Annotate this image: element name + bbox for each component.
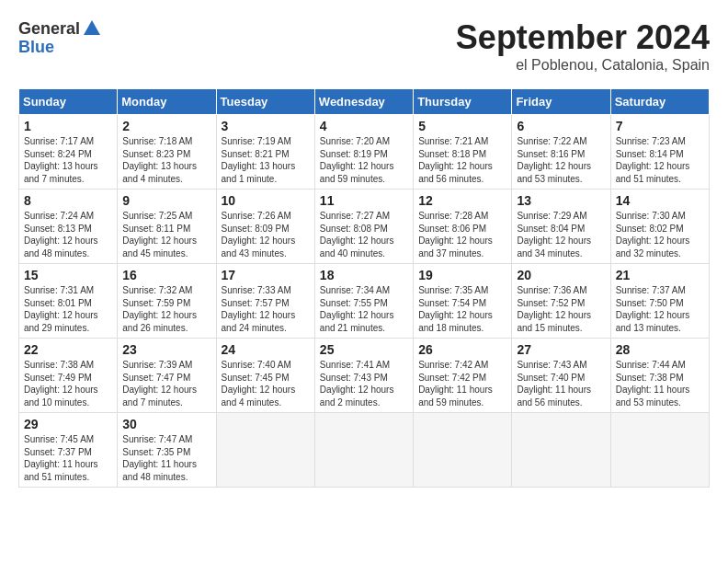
day-number: 19 — [418, 268, 506, 282]
calendar-cell: 27Sunrise: 7:43 AM Sunset: 7:40 PM Dayli… — [512, 339, 610, 413]
logo-general: General — [18, 20, 80, 37]
calendar-cell: 21Sunrise: 7:37 AM Sunset: 7:50 PM Dayli… — [610, 264, 709, 339]
week-row-1: 1Sunrise: 7:17 AM Sunset: 8:24 PM Daylig… — [19, 115, 710, 190]
calendar-cell: 11Sunrise: 7:27 AM Sunset: 8:08 PM Dayli… — [314, 190, 413, 264]
calendar-cell: 22Sunrise: 7:38 AM Sunset: 7:49 PM Dayli… — [19, 339, 118, 413]
week-row-2: 8Sunrise: 7:24 AM Sunset: 8:13 PM Daylig… — [19, 190, 710, 264]
day-number: 27 — [517, 342, 605, 357]
location-title: el Poblenou, Catalonia, Spain — [456, 57, 710, 74]
calendar-cell: 17Sunrise: 7:33 AM Sunset: 7:57 PM Dayli… — [216, 264, 314, 339]
day-number: 18 — [320, 268, 408, 282]
header-row: SundayMondayTuesdayWednesdayThursdayFrid… — [19, 89, 710, 115]
day-info: Sunrise: 7:22 AM Sunset: 8:16 PM Dayligh… — [517, 135, 605, 185]
day-info: Sunrise: 7:42 AM Sunset: 7:42 PM Dayligh… — [418, 359, 506, 408]
day-info: Sunrise: 7:31 AM Sunset: 8:01 PM Dayligh… — [24, 284, 112, 334]
day-info: Sunrise: 7:40 AM Sunset: 7:45 PM Dayligh… — [222, 359, 310, 408]
title-area: September 2024 el Poblenou, Catalonia, S… — [456, 18, 710, 74]
day-info: Sunrise: 7:19 AM Sunset: 8:21 PM Dayligh… — [222, 135, 310, 185]
day-info: Sunrise: 7:17 AM Sunset: 8:24 PM Dayligh… — [24, 135, 112, 185]
day-info: Sunrise: 7:34 AM Sunset: 7:55 PM Dayligh… — [320, 284, 408, 334]
col-header-friday: Friday — [512, 89, 610, 115]
logo: General Blue — [18, 18, 102, 56]
calendar-cell: 15Sunrise: 7:31 AM Sunset: 8:01 PM Dayli… — [19, 264, 118, 339]
day-info: Sunrise: 7:41 AM Sunset: 7:43 PM Dayligh… — [320, 359, 408, 408]
calendar-cell: 26Sunrise: 7:42 AM Sunset: 7:42 PM Dayli… — [414, 339, 512, 413]
day-info: Sunrise: 7:24 AM Sunset: 8:13 PM Dayligh… — [24, 210, 112, 259]
logo-icon — [82, 18, 102, 39]
day-number: 26 — [418, 342, 506, 357]
day-info: Sunrise: 7:36 AM Sunset: 7:52 PM Dayligh… — [517, 284, 605, 334]
day-number: 22 — [24, 342, 112, 357]
day-info: Sunrise: 7:33 AM Sunset: 7:57 PM Dayligh… — [222, 284, 310, 334]
calendar-cell: 10Sunrise: 7:26 AM Sunset: 8:09 PM Dayli… — [216, 190, 314, 264]
day-info: Sunrise: 7:38 AM Sunset: 7:49 PM Dayligh… — [24, 359, 112, 408]
calendar-cell: 9Sunrise: 7:25 AM Sunset: 8:11 PM Daylig… — [118, 190, 216, 264]
calendar-cell: 23Sunrise: 7:39 AM Sunset: 7:47 PM Dayli… — [118, 339, 216, 413]
calendar-cell: 19Sunrise: 7:35 AM Sunset: 7:54 PM Dayli… — [414, 264, 512, 339]
day-number: 28 — [616, 342, 704, 357]
day-number: 16 — [122, 268, 210, 282]
day-number: 25 — [320, 342, 408, 357]
day-info: Sunrise: 7:39 AM Sunset: 7:47 PM Dayligh… — [122, 359, 210, 408]
day-number: 30 — [122, 417, 210, 431]
calendar-cell: 2Sunrise: 7:18 AM Sunset: 8:23 PM Daylig… — [118, 115, 216, 190]
calendar-cell: 1Sunrise: 7:17 AM Sunset: 8:24 PM Daylig… — [19, 115, 118, 190]
calendar-cell — [414, 413, 512, 488]
day-info: Sunrise: 7:45 AM Sunset: 7:37 PM Dayligh… — [24, 433, 112, 483]
day-number: 20 — [517, 268, 605, 282]
day-info: Sunrise: 7:25 AM Sunset: 8:11 PM Dayligh… — [122, 210, 210, 259]
calendar-cell: 8Sunrise: 7:24 AM Sunset: 8:13 PM Daylig… — [19, 190, 118, 264]
calendar-cell: 25Sunrise: 7:41 AM Sunset: 7:43 PM Dayli… — [314, 339, 413, 413]
calendar-cell: 30Sunrise: 7:47 AM Sunset: 7:35 PM Dayli… — [118, 413, 216, 488]
calendar-cell: 18Sunrise: 7:34 AM Sunset: 7:55 PM Dayli… — [314, 264, 413, 339]
day-info: Sunrise: 7:23 AM Sunset: 8:14 PM Dayligh… — [616, 135, 704, 185]
col-header-thursday: Thursday — [414, 89, 512, 115]
calendar-cell: 6Sunrise: 7:22 AM Sunset: 8:16 PM Daylig… — [512, 115, 610, 190]
calendar-cell — [512, 413, 610, 488]
calendar-cell — [216, 413, 314, 488]
day-info: Sunrise: 7:26 AM Sunset: 8:09 PM Dayligh… — [222, 210, 310, 259]
calendar-cell — [314, 413, 413, 488]
day-number: 4 — [320, 119, 408, 133]
day-info: Sunrise: 7:21 AM Sunset: 8:18 PM Dayligh… — [418, 135, 506, 185]
page-header: General Blue September 2024 el Poblenou,… — [18, 18, 710, 74]
calendar-cell: 16Sunrise: 7:32 AM Sunset: 7:59 PM Dayli… — [118, 264, 216, 339]
day-number: 17 — [222, 268, 310, 282]
day-info: Sunrise: 7:28 AM Sunset: 8:06 PM Dayligh… — [418, 210, 506, 259]
day-info: Sunrise: 7:37 AM Sunset: 7:50 PM Dayligh… — [616, 284, 704, 334]
day-info: Sunrise: 7:20 AM Sunset: 8:19 PM Dayligh… — [320, 135, 408, 185]
logo-blue: Blue — [18, 38, 54, 56]
day-number: 12 — [418, 193, 506, 208]
day-info: Sunrise: 7:47 AM Sunset: 7:35 PM Dayligh… — [122, 433, 210, 483]
day-number: 24 — [222, 342, 310, 357]
day-info: Sunrise: 7:32 AM Sunset: 7:59 PM Dayligh… — [122, 284, 210, 334]
calendar-cell — [610, 413, 709, 488]
calendar-cell: 4Sunrise: 7:20 AM Sunset: 8:19 PM Daylig… — [314, 115, 413, 190]
day-info: Sunrise: 7:18 AM Sunset: 8:23 PM Dayligh… — [122, 135, 210, 185]
day-number: 14 — [616, 193, 704, 208]
calendar-cell: 7Sunrise: 7:23 AM Sunset: 8:14 PM Daylig… — [610, 115, 709, 190]
col-header-saturday: Saturday — [610, 89, 709, 115]
day-number: 10 — [222, 193, 310, 208]
day-info: Sunrise: 7:29 AM Sunset: 8:04 PM Dayligh… — [517, 210, 605, 259]
calendar-cell: 24Sunrise: 7:40 AM Sunset: 7:45 PM Dayli… — [216, 339, 314, 413]
col-header-wednesday: Wednesday — [314, 89, 413, 115]
day-number: 2 — [122, 119, 210, 133]
day-info: Sunrise: 7:27 AM Sunset: 8:08 PM Dayligh… — [320, 210, 408, 259]
day-number: 21 — [616, 268, 704, 282]
calendar-cell: 12Sunrise: 7:28 AM Sunset: 8:06 PM Dayli… — [414, 190, 512, 264]
calendar-table: SundayMondayTuesdayWednesdayThursdayFrid… — [18, 88, 710, 488]
month-title: September 2024 — [456, 18, 710, 57]
day-number: 3 — [222, 119, 310, 133]
day-info: Sunrise: 7:43 AM Sunset: 7:40 PM Dayligh… — [517, 359, 605, 408]
col-header-tuesday: Tuesday — [216, 89, 314, 115]
calendar-cell: 28Sunrise: 7:44 AM Sunset: 7:38 PM Dayli… — [610, 339, 709, 413]
week-row-3: 15Sunrise: 7:31 AM Sunset: 8:01 PM Dayli… — [19, 264, 710, 339]
col-header-sunday: Sunday — [19, 89, 118, 115]
week-row-5: 29Sunrise: 7:45 AM Sunset: 7:37 PM Dayli… — [19, 413, 710, 488]
day-number: 6 — [517, 119, 605, 133]
col-header-monday: Monday — [118, 89, 216, 115]
day-number: 1 — [24, 119, 112, 133]
day-info: Sunrise: 7:44 AM Sunset: 7:38 PM Dayligh… — [616, 359, 704, 408]
calendar-cell: 5Sunrise: 7:21 AM Sunset: 8:18 PM Daylig… — [414, 115, 512, 190]
